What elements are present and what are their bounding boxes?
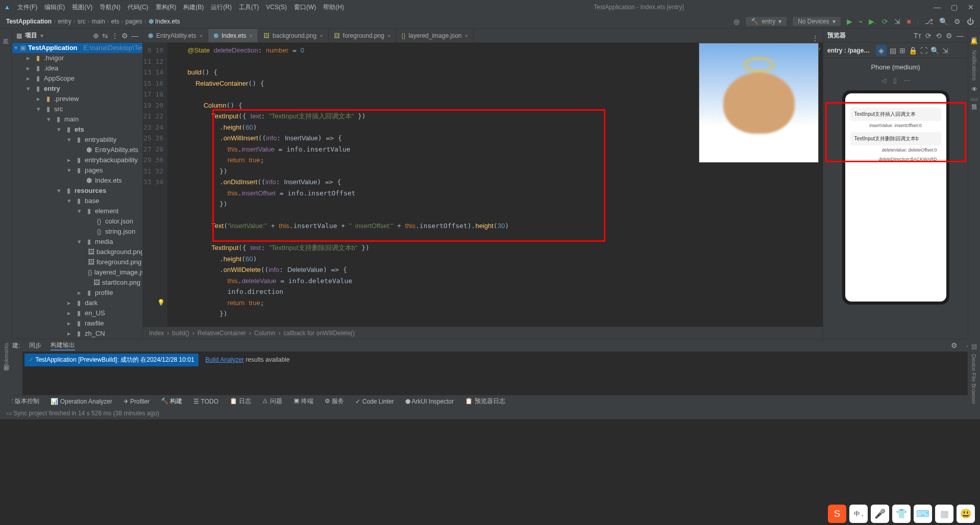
btab-profiler[interactable]: ✈ Profiler (124, 398, 150, 405)
tab-background[interactable]: 🖼background.png× (258, 29, 329, 42)
ime-keyboard[interactable]: ⌨ (914, 505, 932, 523)
bc-6[interactable]: ⬢ Index.ets (149, 18, 180, 25)
tree-main[interactable]: ▾▮main (12, 114, 142, 124)
device-select[interactable]: No Devices ▾ (793, 17, 840, 26)
enav-2[interactable]: RelativeContainer (198, 330, 246, 337)
btab-arkui[interactable]: ⬢ ArkUI Inspector (405, 398, 454, 405)
layers-icon[interactable]: ▤ (890, 46, 896, 55)
text-mode-icon[interactable]: Tт (914, 32, 921, 40)
rail-bookmarks[interactable]: Bookmarks (3, 343, 9, 371)
coverage-button[interactable]: ▶. (869, 17, 876, 26)
menu-code[interactable]: 代码(C) (128, 3, 149, 12)
menu-build[interactable]: 构建(B) (183, 3, 204, 12)
menu-refactor[interactable]: 重构(R) (156, 3, 177, 12)
tree-color[interactable]: {}color.json (12, 216, 142, 227)
enav-0[interactable]: Index (149, 330, 164, 337)
tree-resources[interactable]: ▾▮resources (12, 186, 142, 196)
bc-2[interactable]: src (78, 18, 86, 25)
tree-dark[interactable]: ▸▮dark (12, 298, 142, 308)
btab-op[interactable]: 📊 Operation Analyzer (51, 398, 112, 405)
bc-4[interactable]: ets (111, 18, 119, 25)
build-analyzer-link[interactable]: Build Analyzer (205, 356, 244, 363)
close-icon[interactable]: × (250, 33, 253, 39)
tree-entryability[interactable]: ▾▮entryability (12, 135, 142, 145)
ime-clothes[interactable]: 👕 (892, 505, 911, 523)
tab-foreground[interactable]: 🖼foreground.png× (329, 29, 397, 42)
tree-entryability-file[interactable]: ⬢EntryAbility.ets (12, 145, 142, 155)
close-icon[interactable]: ✕ (968, 3, 974, 11)
hide-icon[interactable]: — (131, 32, 138, 40)
back-icon[interactable]: ◁ (881, 77, 886, 84)
branch-icon[interactable]: ⎇ (925, 17, 933, 26)
menu-vcs[interactable]: VCS(S) (266, 4, 287, 11)
tree-root[interactable]: ▾▣TestApplication E:\nana\Desktop\Tes... (12, 43, 142, 53)
tree-entrybackup[interactable]: ▸▮entrybackupability (12, 155, 142, 165)
gear-icon[interactable]: ⚙ (946, 32, 952, 40)
btab-linter[interactable]: ✓ Code Linter (355, 398, 394, 405)
expand-icon[interactable]: ⇆ (102, 32, 108, 40)
tab-layered[interactable]: {}layered_image.json× (396, 29, 474, 42)
rotate-icon[interactable]: ⟲ (936, 32, 942, 40)
tab-index[interactable]: ⬢Index.ets× (208, 29, 258, 42)
tree-enus[interactable]: ▸▮en_US (12, 308, 142, 318)
close-icon[interactable]: × (320, 33, 323, 39)
more-icon[interactable]: ⇲ (942, 46, 948, 55)
stop-button[interactable]: ■ (906, 17, 911, 26)
tree-zhcn[interactable]: ▸▮zh_CN (12, 329, 142, 339)
menu-window[interactable]: 窗口(W) (294, 3, 316, 12)
btab-log[interactable]: 📋 日志 (230, 397, 251, 406)
maximize-icon[interactable]: ▢ (951, 3, 958, 11)
run-config-select[interactable]: 🔨 entry ▾ (746, 17, 787, 26)
ime-emoji[interactable]: 😃 (957, 505, 975, 523)
tree-src[interactable]: ▾▮src (12, 104, 142, 114)
hide-icon[interactable]: — (957, 32, 964, 40)
attach-button[interactable]: ⇲ (894, 17, 900, 26)
menu-edit[interactable]: 编辑(E) (44, 3, 65, 12)
tree-index[interactable]: ⬢Index.ets (12, 176, 142, 186)
tree-base[interactable]: ▾▮base (12, 196, 142, 206)
tree-idea[interactable]: ▸▮.idea (12, 63, 142, 73)
settings-icon[interactable]: ⚙ (954, 17, 961, 26)
bell-icon[interactable]: 🔔 (970, 38, 978, 45)
refresh-icon[interactable]: ⟳ (925, 32, 932, 40)
rail-notifications[interactable]: Notifications (971, 50, 977, 81)
tree-ets[interactable]: ▾▮ets (12, 124, 142, 135)
close-icon[interactable]: × (464, 33, 468, 39)
btab-todo[interactable]: ☰ TODO (193, 398, 218, 405)
btab-problems[interactable]: ⚠ 问题 (262, 397, 282, 406)
reload-button[interactable]: ⟳ (882, 17, 888, 26)
tree-starticon[interactable]: 🖼startIcon.png (12, 278, 142, 288)
tree-fg[interactable]: 🖼foreground.png (12, 257, 142, 267)
menu-nav[interactable]: 导航(N) (100, 3, 120, 12)
close-icon[interactable]: × (199, 33, 202, 39)
menu-run[interactable]: 运行(R) (211, 3, 232, 12)
close-icon[interactable]: × (387, 33, 390, 39)
tree-layered[interactable]: {}layered_image.js (12, 267, 142, 278)
zoom-icon[interactable]: 🔍 (930, 46, 939, 55)
tree-string[interactable]: {}string.json (12, 227, 142, 237)
ime-icon[interactable]: S (828, 505, 846, 523)
tree-rawfile[interactable]: ▸▮rawfile (12, 318, 142, 329)
ime-voice[interactable]: 🎤 (871, 505, 889, 523)
ime-grid[interactable]: ▦ (935, 505, 953, 523)
bc-0[interactable]: TestApplication (6, 18, 52, 25)
tree-profile[interactable]: ▸▮profile (12, 288, 142, 298)
rail-previewer[interactable]: 预览器 (970, 98, 978, 101)
bc-5[interactable]: pages (126, 18, 142, 25)
bc-1[interactable]: entry (58, 18, 71, 25)
search-icon[interactable]: 🔍 (939, 17, 948, 26)
collapse-icon[interactable]: ⋮ (111, 32, 118, 40)
output-tab[interactable]: 构建输出 (51, 341, 75, 351)
enav-4[interactable]: callback for onWillDelete() (283, 330, 354, 337)
code-editor[interactable]: @State deleteDirection: number = 0 build… (167, 43, 823, 327)
menu-view[interactable]: 视图(V) (72, 3, 92, 12)
ellipsis-icon[interactable]: ⋯ (904, 77, 910, 84)
tree-element[interactable]: ▾▮element (12, 206, 142, 216)
lock-icon[interactable]: 🔒 (909, 46, 917, 55)
sync-tab[interactable]: 同步 (29, 341, 41, 350)
phone-icon[interactable]: ▯ (893, 77, 897, 84)
btab-terminal[interactable]: ▣ 终端 (293, 397, 313, 406)
minimize-icon[interactable]: — (934, 3, 941, 11)
run-button[interactable]: ▶ (847, 17, 852, 26)
rail-devicefile[interactable]: Device File Browser (971, 354, 977, 404)
